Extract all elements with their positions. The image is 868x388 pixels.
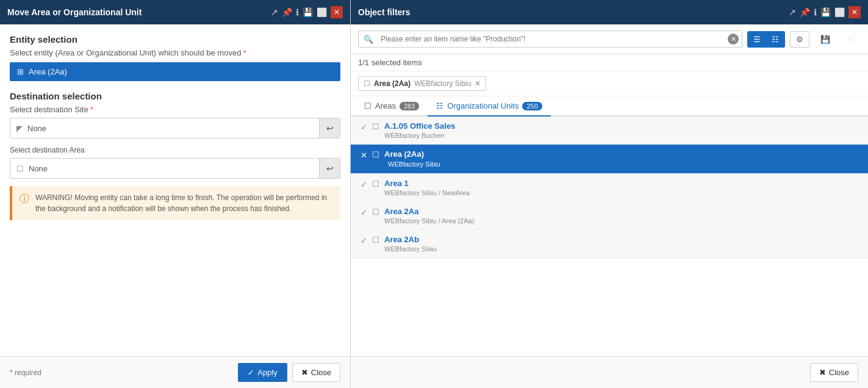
item-path: WEBfactory Sibiu / Area (2Aa) <box>384 217 474 225</box>
entity-selected-item[interactable]: ⊞ Area (2Aa) <box>10 62 340 81</box>
expand-icon[interactable]: ⬜ <box>317 7 327 17</box>
left-panel-body: Entity selection Select entity (Area or … <box>0 24 350 356</box>
warning-icon: ⓘ <box>20 193 29 206</box>
apply-checkmark-icon: ✓ <box>248 368 254 377</box>
right-footer-close-icon: ✖ <box>819 368 826 377</box>
check-icon: ✓ <box>360 236 367 245</box>
pin-icon[interactable]: 📌 <box>282 7 292 17</box>
search-input[interactable] <box>378 31 728 47</box>
search-clear-button[interactable]: ✕ <box>728 34 739 45</box>
list-area: ✓ ☐ A.1.05 Office Sales WEBfactory Buche… <box>351 117 868 356</box>
left-close-button[interactable]: ✕ <box>331 6 343 18</box>
selected-items-bar: 1/1 selected items <box>351 54 868 71</box>
areas-tab-badge: 283 <box>400 102 419 110</box>
org-units-tab-label: Organizational Units <box>447 101 518 110</box>
item-content: Area (2Aa) WEBfactory Sibiu <box>384 149 444 168</box>
list-item[interactable]: ✓ ☐ Area 1 WEBfactory Sibiu / NewArea <box>351 174 868 202</box>
areas-tab-icon: ☐ <box>364 101 371 110</box>
item-path: WEBfactory Buchen <box>384 132 455 139</box>
area-input-icon: ☐ <box>16 164 24 173</box>
item-icon: ☐ <box>372 122 379 131</box>
footer-buttons: ✓ Apply ✖ Close <box>238 363 340 382</box>
item-icon: ☐ <box>372 235 379 245</box>
dest-site-row: ◤ None ↩ <box>10 118 340 138</box>
list-item[interactable]: ✕ ☐ Area (2Aa) WEBfactory Sibiu <box>351 145 868 174</box>
tag-name: Area (2Aa) <box>374 79 411 88</box>
right-save-icon[interactable]: 💾 <box>820 7 831 17</box>
areas-tab-label: Areas <box>375 101 396 110</box>
item-content: Area 2Ab WEBfactory Sibiu <box>384 235 437 253</box>
item-icon: ☐ <box>372 150 379 159</box>
item-icon: ☐ <box>372 179 379 189</box>
toolbar-star-button[interactable]: ☆ <box>841 31 861 48</box>
item-tag: WEBfactory Sibiu <box>384 160 444 168</box>
site-required-star: * <box>90 105 93 114</box>
tab-areas[interactable]: ☐ Areas 283 <box>356 96 428 117</box>
right-header-icons: ↗ 📌 ℹ 💾 ⬜ ✕ <box>789 6 861 18</box>
destination-area-section: Select destination Area ☐ None ↩ <box>10 146 340 179</box>
remove-icon[interactable]: ✕ <box>360 151 367 160</box>
item-name: Area (2Aa) <box>384 149 444 159</box>
right-expand-icon[interactable]: ⬜ <box>834 7 845 17</box>
left-panel: Move Area or Organizational Unit ↗ 📌 ℹ 💾… <box>0 0 351 388</box>
right-panel-header: Object filters ↗ 📌 ℹ 💾 ⬜ ✕ <box>351 0 868 24</box>
left-panel-title: Move Area or Organizational Unit <box>7 7 142 17</box>
right-panel-title: Object filters <box>358 7 411 17</box>
item-content: Area 1 WEBfactory Sibiu / NewArea <box>384 179 470 196</box>
tab-org-units[interactable]: ☷ Organizational Units 250 <box>428 96 550 117</box>
entity-selected-name: Area (2Aa) <box>29 67 67 76</box>
org-units-tab-icon: ☷ <box>436 101 443 110</box>
tree-view-button[interactable]: ☷ <box>766 32 784 47</box>
settings-button[interactable]: ⚙ <box>790 31 809 48</box>
apply-button[interactable]: ✓ Apply <box>238 363 287 382</box>
check-icon: ✓ <box>360 180 367 189</box>
right-info-icon[interactable]: ℹ <box>814 7 817 17</box>
right-external-link-icon[interactable]: ↗ <box>789 7 796 17</box>
search-wrapper: 🔍 ✕ <box>358 31 742 48</box>
right-panel: Object filters ↗ 📌 ℹ 💾 ⬜ ✕ 🔍 ✕ ☰ ☷ ⚙ 💾 ☆… <box>351 0 868 388</box>
right-footer-close-button[interactable]: ✖ Close <box>810 363 858 382</box>
item-name: A.1.05 Office Sales <box>384 121 455 131</box>
list-item[interactable]: ✓ ☐ A.1.05 Office Sales WEBfactory Buche… <box>351 117 868 145</box>
right-close-button[interactable]: ✕ <box>848 6 861 18</box>
list-view-button[interactable]: ☰ <box>748 32 766 47</box>
selected-count: 1/1 selected items <box>358 58 422 67</box>
close-circle-icon: ✖ <box>301 368 308 377</box>
dest-area-value: None <box>29 164 48 173</box>
entity-section-subtitle: Select entity (Area or Organizational Un… <box>10 48 340 57</box>
item-path: WEBfactory Sibiu / NewArea <box>384 189 470 196</box>
dest-area-row: ☐ None ↩ <box>10 158 340 179</box>
item-name: Area 2Ab <box>384 235 437 244</box>
info-icon[interactable]: ℹ <box>296 7 299 17</box>
item-name: Area 1 <box>384 179 470 188</box>
left-panel-footer: * required ✓ Apply ✖ Close <box>0 356 350 388</box>
check-icon: ✓ <box>360 208 367 217</box>
dest-area-input[interactable]: ☐ None <box>10 160 319 178</box>
left-header-icons: ↗ 📌 ℹ 💾 ⬜ ✕ <box>271 6 343 18</box>
tag-remove-icon[interactable]: ✕ <box>475 79 481 88</box>
list-item[interactable]: ✓ ☐ Area 2Aa WEBfactory Sibiu / Area (2A… <box>351 202 868 230</box>
entity-area-icon: ⊞ <box>17 67 24 76</box>
list-item[interactable]: ✓ ☐ Area 2Ab WEBfactory Sibiu <box>351 230 868 258</box>
tag-area-icon: ☐ <box>364 79 370 88</box>
save-icon[interactable]: 💾 <box>303 7 313 17</box>
dest-site-back-button[interactable]: ↩ <box>319 118 340 138</box>
org-units-tab-badge: 250 <box>522 102 542 110</box>
tag-sub: WEBfactory Sibiu <box>414 79 471 88</box>
search-icon: 🔍 <box>359 35 378 44</box>
item-path: WEBfactory Sibiu <box>384 245 437 253</box>
dest-area-back-button[interactable]: ↩ <box>319 159 340 178</box>
dest-site-label: Select destination Site * <box>10 105 340 114</box>
item-name: Area 2Aa <box>384 207 474 216</box>
close-button[interactable]: ✖ Close <box>292 363 340 382</box>
right-toolbar: 🔍 ✕ ☰ ☷ ⚙ 💾 ☆ <box>351 24 868 54</box>
toolbar-save-button[interactable]: 💾 <box>814 31 836 48</box>
selected-tag: ☐ Area (2Aa) WEBfactory Sibiu ✕ <box>358 76 486 91</box>
entity-section-title: Entity selection <box>10 34 340 45</box>
right-footer: ✖ Close <box>351 356 868 388</box>
external-link-icon[interactable]: ↗ <box>271 7 278 17</box>
dest-site-value: None <box>27 124 46 133</box>
dest-site-input[interactable]: ◤ None <box>10 120 319 137</box>
dest-area-label: Select destination Area <box>10 146 340 154</box>
right-pin-icon[interactable]: 📌 <box>800 7 810 17</box>
